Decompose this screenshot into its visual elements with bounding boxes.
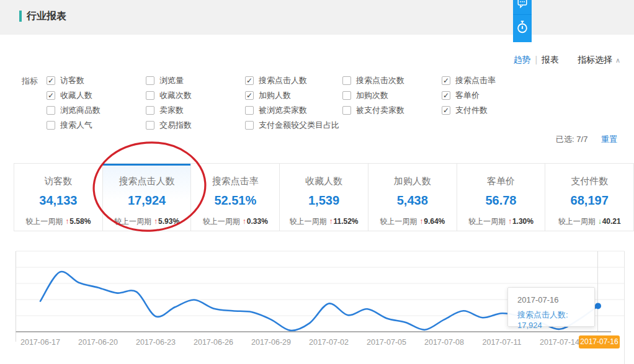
card-compare: 较上一周期↑5.58%: [14, 216, 102, 227]
checkbox-label: 客单价: [455, 90, 480, 101]
checkbox-icon: [47, 106, 55, 115]
checkbox-icon: [146, 91, 154, 100]
card-title: 搜索点击人数: [103, 175, 191, 187]
checkbox-icon: ✓: [47, 91, 55, 100]
compare-label: 较上一周期: [203, 217, 240, 226]
compare-change: 1.30%: [512, 217, 534, 226]
checkbox-icon: [146, 76, 154, 85]
compare-label: 较上一周期: [558, 217, 596, 226]
metric-checkbox-1-0[interactable]: 浏览量: [146, 75, 184, 86]
card-value: 5,438: [368, 193, 457, 208]
compare-change: 0.33%: [247, 217, 268, 226]
checkbox-icon: ✓: [442, 91, 450, 100]
feedback-button[interactable]: [513, 0, 532, 15]
tab-report[interactable]: 报表: [542, 55, 559, 64]
checkbox-label: 被浏览卖家数: [259, 105, 307, 116]
checkbox-icon: ✓: [442, 106, 450, 115]
metric-checkbox-0-3[interactable]: 搜索人气: [47, 120, 92, 131]
card-title: 支付件数: [545, 175, 633, 187]
checkbox-icon: ✓: [47, 76, 55, 85]
title-accent-bar: [19, 11, 22, 22]
checkbox-label: 搜索点击人数: [259, 75, 307, 86]
compare-change: 11.52%: [333, 217, 358, 226]
compare-change: 5.58%: [69, 217, 91, 226]
card-value: 56.78: [457, 193, 545, 208]
metric-checkbox-1-1[interactable]: 收藏次数: [146, 90, 192, 101]
metric-cards-row: 访客数 34,133 较上一周期↑5.58% 搜索点击人数 17,924 较上一…: [14, 163, 634, 231]
card-title: 访客数: [14, 175, 102, 187]
metric-checkbox-0-1[interactable]: ✓ 收藏人数: [47, 90, 92, 101]
metric-card-5[interactable]: 客单价 56.78 较上一周期↑1.30%: [457, 164, 546, 231]
metric-card-1[interactable]: 搜索点击人数 17,924 较上一周期↑5.93%: [103, 164, 192, 231]
card-compare: 较上一周期↓40.21: [545, 216, 633, 227]
checkbox-label: 卖家数: [159, 105, 184, 116]
x-tick-7: 2017-07-08: [424, 338, 464, 347]
card-value: 68,197: [545, 193, 633, 208]
trend-arrow-icon: ↑: [154, 217, 158, 226]
checkbox-icon: ✓: [245, 76, 254, 85]
checkbox-label: 搜索点击率: [455, 75, 496, 86]
card-compare: 较上一周期↑1.30%: [457, 216, 545, 227]
compare-label: 较上一周期: [25, 217, 63, 226]
metric-checkbox-1-3[interactable]: 交易指数: [146, 120, 192, 131]
metric-card-2[interactable]: 搜索点击率 52.51% 较上一周期↑0.33%: [191, 164, 280, 231]
metric-checkbox-3-0[interactable]: 搜索点击次数: [342, 75, 404, 86]
metric-checkbox-2-3[interactable]: 支付金额较父类目占比: [245, 120, 339, 131]
trend-arrow-icon: ↑: [419, 217, 423, 226]
checkbox-icon: [245, 121, 254, 130]
trend-arrow-icon: ↑: [65, 217, 69, 226]
industry-report-page: 行业报表 趋势|报表 指标选择∧ 指标: [0, 0, 634, 364]
x-tick-9: 2017-07-14: [540, 338, 579, 347]
metric-checkbox-3-1[interactable]: 加购次数: [342, 90, 388, 101]
time-button[interactable]: [513, 15, 532, 42]
x-tick-6: 2017-07-05: [367, 338, 406, 347]
card-compare: 较上一周期↑5.93%: [103, 216, 191, 227]
metric-checkbox-1-2[interactable]: 卖家数: [146, 105, 184, 116]
compare-label: 较上一周期: [380, 217, 417, 226]
checkbox-label: 支付件数: [455, 105, 488, 116]
trend-arrow-icon: ↑: [243, 217, 246, 226]
checkbox-label: 搜索点击次数: [356, 75, 404, 86]
compare-change: 9.64%: [424, 217, 445, 226]
metric-checkbox-2-1[interactable]: ✓ 加购人数: [245, 90, 291, 101]
metric-checkbox-2-2[interactable]: 被浏览卖家数: [245, 105, 307, 116]
metric-card-3[interactable]: 收藏人数 1,539 较上一周期↑11.52%: [280, 164, 368, 231]
reset-button[interactable]: 重置: [601, 135, 617, 144]
metric-checkbox-0-0[interactable]: ✓ 访客数: [47, 75, 84, 86]
x-tick-4: 2017-06-29: [251, 338, 291, 347]
card-title: 客单价: [457, 175, 545, 187]
metric-checkbox-4-0[interactable]: ✓ 搜索点击率: [442, 75, 496, 86]
trend-arrow-icon: ↓: [598, 217, 602, 226]
checkbox-icon: [47, 121, 55, 130]
metric-card-6[interactable]: 支付件数 68,197 较上一周期↓40.21: [545, 164, 634, 231]
checkbox-label: 收藏次数: [159, 90, 192, 101]
card-value: 34,133: [14, 193, 102, 208]
metric-checkbox-2-0[interactable]: ✓ 搜索点击人数: [245, 75, 307, 86]
selection-summary: 已选: 7/7 重置: [0, 134, 617, 145]
header-band: 行业报表: [0, 0, 634, 35]
compare-label: 较上一周期: [289, 217, 326, 226]
checkbox-label: 浏览量: [159, 75, 184, 86]
tab-trend[interactable]: 趋势: [513, 55, 530, 64]
metric-card-0[interactable]: 访客数 34,133 较上一周期↑5.58%: [14, 164, 103, 231]
view-switch-row: 趋势|报表 指标选择∧: [0, 55, 620, 66]
checkbox-icon: [245, 106, 254, 115]
metric-select-button[interactable]: 指标选择∧: [578, 55, 620, 64]
metric-checkbox-0-2[interactable]: 浏览商品数: [47, 105, 100, 116]
card-value: 52.51%: [191, 193, 279, 208]
highlighted-date-badge: 2017-07-16: [579, 335, 620, 348]
compare-change: 40.21: [602, 217, 621, 226]
stopwatch-icon: [516, 20, 529, 37]
compare-change: 5.93%: [158, 217, 179, 226]
card-title: 搜索点击率: [191, 175, 279, 187]
metric-card-4[interactable]: 加购人数 5,438 较上一周期↑9.64%: [368, 164, 457, 231]
card-compare: 较上一周期↑11.52%: [280, 216, 368, 227]
checkbox-icon: [342, 76, 351, 85]
metric-checkbox-4-2[interactable]: ✓ 支付件数: [442, 105, 488, 116]
x-tick-8: 2017-07-11: [482, 338, 521, 347]
metric-checkbox-4-1[interactable]: ✓ 客单价: [442, 90, 480, 101]
checkbox-label: 加购人数: [259, 90, 291, 101]
card-value: 17,924: [103, 193, 191, 208]
x-tick-5: 2017-07-02: [309, 338, 349, 347]
metric-checkbox-3-2[interactable]: 被支付卖家数: [342, 105, 404, 116]
